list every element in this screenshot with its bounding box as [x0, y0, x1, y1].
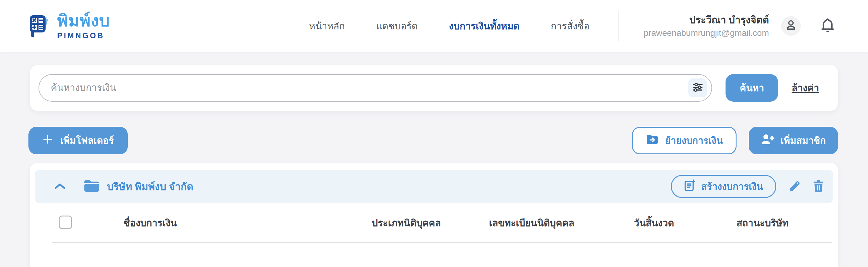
page: พิมพ์งบ PIMNGOB หน้าหลัก แดชบอร์ด งบการเ…	[0, 0, 868, 267]
column-header-entity-type: ประเภทนิติบุคคล	[341, 215, 472, 231]
create-statement-button[interactable]: สร้างงบการเงิน	[671, 175, 776, 198]
move-statement-label: ย้ายงบการเงิน	[665, 133, 723, 148]
brand-name-th: พิมพ์งบ	[57, 12, 110, 29]
folder-row: บริษัท พิมพ์งบ จำกัด สร้างงบการเงิน	[35, 170, 833, 203]
clear-filters-link[interactable]: ล้างค่า	[792, 80, 819, 96]
search-input[interactable]	[51, 82, 688, 94]
select-all-checkbox[interactable]	[59, 216, 72, 229]
user-info: ประวีณา บำรุงจิตต์ praweenabumrungjit@gm…	[641, 14, 769, 38]
add-member-label: เพิ่มสมาชิก	[780, 133, 826, 148]
folder-move-icon	[646, 134, 658, 147]
move-statement-button[interactable]: ย้ายงบการเงิน	[632, 127, 737, 154]
chevron-up-icon	[54, 182, 66, 191]
edit-folder-button[interactable]	[788, 180, 801, 193]
delete-folder-button[interactable]	[813, 180, 824, 193]
nav-item-all-statements[interactable]: งบการเงินทั้งหมด	[449, 18, 520, 34]
brand-name-en: PIMNGOB	[57, 32, 110, 39]
add-folder-label: เพิ่มโฟลเดอร์	[60, 133, 114, 148]
column-header-registration-number: เลขทะเบียนนิติบุคคล	[472, 215, 591, 231]
nav-item-dashboard[interactable]: แดชบอร์ด	[376, 18, 417, 34]
folder-name: บริษัท พิมพ์งบ จำกัด	[107, 179, 193, 195]
document-plus-icon	[684, 179, 695, 194]
folder-icon	[84, 180, 100, 193]
header-divider	[619, 11, 619, 41]
notifications-button[interactable]	[821, 18, 834, 34]
nav-item-home[interactable]: หน้าหลัก	[309, 18, 345, 34]
logo-text: พิมพ์งบ PIMNGOB	[57, 12, 110, 39]
plus-icon	[42, 134, 53, 147]
create-statement-label: สร้างงบการเงิน	[701, 179, 763, 194]
column-header-statement-name: ชื่องบการเงิน	[81, 215, 341, 231]
collapse-folder-button[interactable]	[54, 182, 66, 191]
column-header-company-status: สถานะบริษัท	[717, 215, 808, 231]
app-header: พิมพ์งบ PIMNGOB หน้าหลัก แดชบอร์ด งบการเ…	[0, 0, 868, 52]
search-panel: ค้นหา ล้างค่า	[30, 65, 838, 111]
user-avatar-button[interactable]	[781, 16, 801, 36]
search-button[interactable]: ค้นหา	[725, 74, 778, 102]
add-folder-button[interactable]: เพิ่มโฟลเดอร์	[28, 127, 128, 154]
table-header-divider	[52, 242, 832, 243]
bell-icon	[821, 18, 834, 34]
user-email: praweenabumrungjit@gmail.com	[641, 28, 769, 38]
table-header: ชื่องบการเงิน ประเภทนิติบุคคล เลขทะเบียน…	[35, 203, 833, 242]
person-plus-icon	[761, 134, 774, 147]
table-header-checkbox-cell	[35, 216, 81, 230]
header-right: ประวีณา บำรุงจิตต์ praweenabumrungjit@gm…	[619, 11, 834, 41]
filter-button[interactable]	[688, 78, 707, 97]
sliders-icon	[692, 82, 703, 94]
column-header-period-end-date: วันสิ้นงวด	[591, 215, 717, 231]
folder-actions: สร้างงบการเงิน	[671, 175, 824, 198]
nav-item-orders[interactable]: การสั่งซื้อ	[551, 18, 589, 34]
add-member-button[interactable]: เพิ่มสมาชิก	[749, 127, 838, 154]
statements-card: บริษัท พิมพ์งบ จำกัด สร้างงบการเงิน	[30, 163, 838, 267]
trash-icon	[813, 180, 824, 193]
person-icon	[784, 19, 797, 33]
calculator-logo-icon	[29, 13, 49, 39]
actions-row: เพิ่มโฟลเดอร์ ย้ายงบการเงิน เพิ่มสมาชิก	[28, 127, 838, 154]
search-input-wrap	[38, 74, 712, 102]
user-name: ประวีณา บำรุงจิตต์	[641, 14, 769, 27]
pencil-icon	[788, 180, 801, 193]
main-nav: หน้าหลัก แดชบอร์ด งบการเงินทั้งหมด การสั…	[309, 18, 589, 34]
app-logo[interactable]: พิมพ์งบ PIMNGOB	[29, 12, 110, 39]
